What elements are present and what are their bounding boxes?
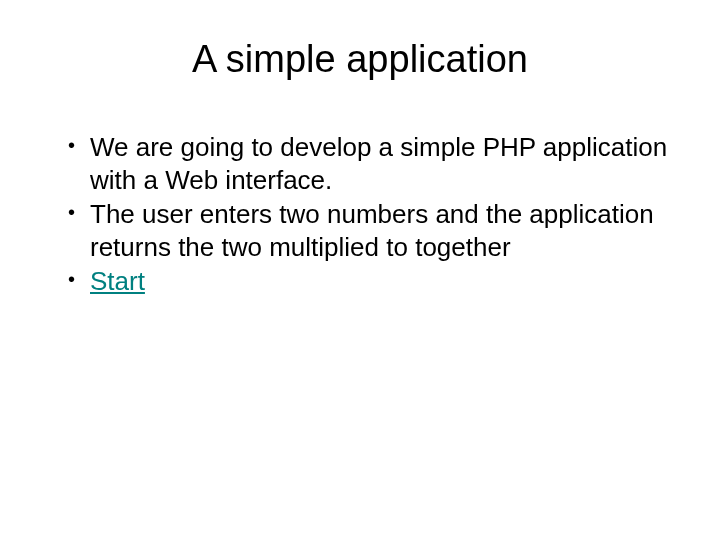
list-item: We are going to develop a simple PHP app…: [68, 131, 670, 196]
slide-title: A simple application: [50, 38, 670, 81]
slide: A simple application We are going to dev…: [0, 0, 720, 540]
list-item: Start: [68, 265, 670, 298]
bullet-list: We are going to develop a simple PHP app…: [50, 131, 670, 298]
list-item: The user enters two numbers and the appl…: [68, 198, 670, 263]
start-link[interactable]: Start: [90, 266, 145, 296]
